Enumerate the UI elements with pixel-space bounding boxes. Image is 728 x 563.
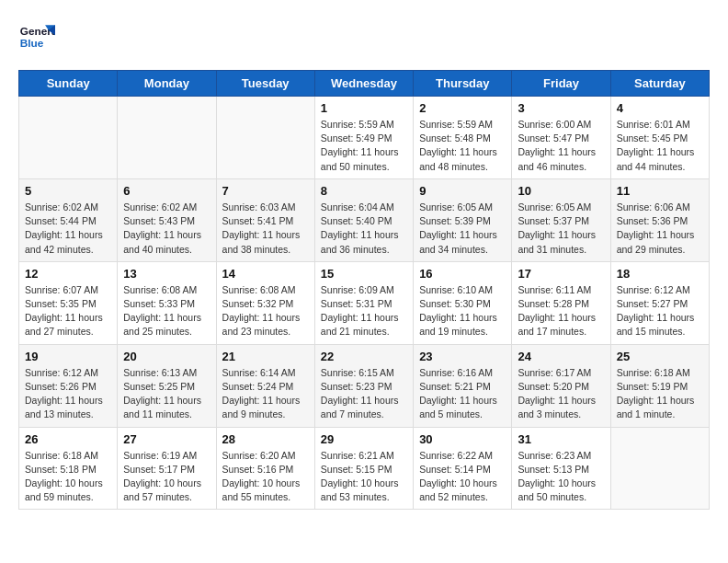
day-info: Sunrise: 6:05 AM Sunset: 5:39 PM Dayligh… — [419, 201, 506, 257]
logo: General Blue — [18, 18, 59, 55]
calendar-cell — [216, 97, 314, 179]
weekday-header-saturday: Saturday — [610, 71, 709, 97]
day-number: 9 — [419, 184, 506, 198]
calendar-week-row: 12Sunrise: 6:07 AM Sunset: 5:35 PM Dayli… — [19, 261, 710, 344]
weekday-header-monday: Monday — [118, 71, 216, 97]
calendar-cell: 8Sunrise: 6:04 AM Sunset: 5:40 PM Daylig… — [314, 178, 413, 261]
day-number: 14 — [222, 267, 309, 281]
calendar-cell: 18Sunrise: 6:12 AM Sunset: 5:27 PM Dayli… — [610, 261, 709, 344]
day-number: 21 — [222, 350, 309, 363]
weekday-header-tuesday: Tuesday — [216, 71, 314, 97]
day-info: Sunrise: 6:15 AM Sunset: 5:23 PM Dayligh… — [321, 366, 407, 422]
day-info: Sunrise: 6:03 AM Sunset: 5:41 PM Dayligh… — [222, 201, 309, 257]
calendar-cell: 5Sunrise: 6:02 AM Sunset: 5:44 PM Daylig… — [19, 178, 118, 261]
day-info: Sunrise: 6:12 AM Sunset: 5:26 PM Dayligh… — [25, 366, 111, 422]
calendar-cell: 24Sunrise: 6:17 AM Sunset: 5:20 PM Dayli… — [512, 344, 610, 427]
calendar-cell: 31Sunrise: 6:23 AM Sunset: 5:13 PM Dayli… — [512, 427, 610, 510]
day-number: 2 — [419, 101, 506, 115]
calendar-cell: 9Sunrise: 6:05 AM Sunset: 5:39 PM Daylig… — [414, 178, 512, 261]
calendar-cell: 14Sunrise: 6:08 AM Sunset: 5:32 PM Dayli… — [216, 261, 314, 344]
day-info: Sunrise: 6:09 AM Sunset: 5:31 PM Dayligh… — [321, 283, 407, 339]
calendar-cell: 4Sunrise: 6:01 AM Sunset: 5:45 PM Daylig… — [610, 97, 709, 179]
weekday-header-friday: Friday — [512, 71, 610, 97]
day-info: Sunrise: 6:12 AM Sunset: 5:27 PM Dayligh… — [617, 283, 703, 339]
calendar-cell: 29Sunrise: 6:21 AM Sunset: 5:15 PM Dayli… — [314, 427, 413, 510]
day-info: Sunrise: 6:00 AM Sunset: 5:47 PM Dayligh… — [518, 118, 604, 174]
day-number: 7 — [222, 184, 309, 198]
calendar-cell: 10Sunrise: 6:05 AM Sunset: 5:37 PM Dayli… — [512, 178, 610, 261]
calendar-cell: 15Sunrise: 6:09 AM Sunset: 5:31 PM Dayli… — [314, 261, 413, 344]
day-number: 16 — [419, 267, 506, 281]
calendar-cell: 3Sunrise: 6:00 AM Sunset: 5:47 PM Daylig… — [512, 97, 610, 179]
day-number: 22 — [321, 350, 407, 363]
day-number: 1 — [321, 101, 407, 115]
day-info: Sunrise: 6:19 AM Sunset: 5:17 PM Dayligh… — [123, 449, 210, 505]
logo-icon: General Blue — [18, 18, 55, 55]
calendar-week-row: 26Sunrise: 6:18 AM Sunset: 5:18 PM Dayli… — [19, 427, 710, 510]
day-number: 15 — [321, 267, 407, 281]
calendar-cell: 17Sunrise: 6:11 AM Sunset: 5:28 PM Dayli… — [512, 261, 610, 344]
calendar-week-row: 19Sunrise: 6:12 AM Sunset: 5:26 PM Dayli… — [19, 344, 710, 427]
day-number: 13 — [123, 267, 210, 281]
day-number: 17 — [518, 267, 604, 281]
day-number: 5 — [25, 184, 111, 198]
day-info: Sunrise: 6:02 AM Sunset: 5:44 PM Dayligh… — [25, 201, 111, 257]
svg-text:Blue: Blue — [20, 37, 44, 50]
calendar-cell: 1Sunrise: 5:59 AM Sunset: 5:49 PM Daylig… — [314, 97, 413, 179]
calendar-cell: 2Sunrise: 5:59 AM Sunset: 5:48 PM Daylig… — [414, 97, 512, 179]
calendar-cell: 28Sunrise: 6:20 AM Sunset: 5:16 PM Dayli… — [216, 427, 314, 510]
page-header: General Blue — [18, 18, 710, 55]
calendar-cell: 12Sunrise: 6:07 AM Sunset: 5:35 PM Dayli… — [19, 261, 118, 344]
calendar-cell: 25Sunrise: 6:18 AM Sunset: 5:19 PM Dayli… — [610, 344, 709, 427]
calendar-cell: 27Sunrise: 6:19 AM Sunset: 5:17 PM Dayli… — [118, 427, 216, 510]
day-info: Sunrise: 6:08 AM Sunset: 5:33 PM Dayligh… — [123, 283, 210, 339]
weekday-header-sunday: Sunday — [19, 71, 118, 97]
calendar-cell: 19Sunrise: 6:12 AM Sunset: 5:26 PM Dayli… — [19, 344, 118, 427]
calendar-cell: 7Sunrise: 6:03 AM Sunset: 5:41 PM Daylig… — [216, 178, 314, 261]
day-info: Sunrise: 6:23 AM Sunset: 5:13 PM Dayligh… — [518, 449, 604, 505]
calendar-cell: 13Sunrise: 6:08 AM Sunset: 5:33 PM Dayli… — [118, 261, 216, 344]
day-info: Sunrise: 6:22 AM Sunset: 5:14 PM Dayligh… — [419, 449, 506, 505]
day-number: 20 — [123, 350, 210, 363]
day-info: Sunrise: 6:11 AM Sunset: 5:28 PM Dayligh… — [518, 283, 604, 339]
day-info: Sunrise: 6:07 AM Sunset: 5:35 PM Dayligh… — [25, 283, 111, 339]
calendar-cell: 22Sunrise: 6:15 AM Sunset: 5:23 PM Dayli… — [314, 344, 413, 427]
day-number: 19 — [25, 350, 111, 363]
calendar-cell: 16Sunrise: 6:10 AM Sunset: 5:30 PM Dayli… — [414, 261, 512, 344]
day-number: 10 — [518, 184, 604, 198]
day-info: Sunrise: 6:10 AM Sunset: 5:30 PM Dayligh… — [419, 283, 506, 339]
day-number: 18 — [617, 267, 703, 281]
calendar-cell: 20Sunrise: 6:13 AM Sunset: 5:25 PM Dayli… — [118, 344, 216, 427]
day-info: Sunrise: 6:08 AM Sunset: 5:32 PM Dayligh… — [222, 283, 309, 339]
day-info: Sunrise: 6:04 AM Sunset: 5:40 PM Dayligh… — [321, 201, 407, 257]
day-info: Sunrise: 6:18 AM Sunset: 5:19 PM Dayligh… — [617, 366, 703, 422]
calendar-cell — [610, 427, 709, 510]
day-number: 12 — [25, 267, 111, 281]
day-number: 28 — [222, 432, 309, 446]
calendar-table: SundayMondayTuesdayWednesdayThursdayFrid… — [18, 70, 710, 510]
weekday-header-thursday: Thursday — [414, 71, 512, 97]
day-info: Sunrise: 6:16 AM Sunset: 5:21 PM Dayligh… — [419, 366, 506, 422]
calendar-cell: 6Sunrise: 6:02 AM Sunset: 5:43 PM Daylig… — [118, 178, 216, 261]
day-number: 27 — [123, 432, 210, 446]
day-info: Sunrise: 6:18 AM Sunset: 5:18 PM Dayligh… — [25, 449, 111, 505]
day-number: 23 — [419, 350, 506, 363]
day-info: Sunrise: 6:06 AM Sunset: 5:36 PM Dayligh… — [617, 201, 703, 257]
calendar-cell — [118, 97, 216, 179]
day-number: 11 — [617, 184, 703, 198]
calendar-week-row: 5Sunrise: 6:02 AM Sunset: 5:44 PM Daylig… — [19, 178, 710, 261]
day-number: 3 — [518, 101, 604, 115]
day-number: 4 — [617, 101, 703, 115]
calendar-cell — [19, 97, 118, 179]
calendar-cell: 30Sunrise: 6:22 AM Sunset: 5:14 PM Dayli… — [414, 427, 512, 510]
day-number: 31 — [518, 432, 604, 446]
day-number: 8 — [321, 184, 407, 198]
day-number: 25 — [617, 350, 703, 363]
calendar-cell: 23Sunrise: 6:16 AM Sunset: 5:21 PM Dayli… — [414, 344, 512, 427]
calendar-header-row: SundayMondayTuesdayWednesdayThursdayFrid… — [19, 71, 710, 97]
day-info: Sunrise: 5:59 AM Sunset: 5:48 PM Dayligh… — [419, 118, 506, 174]
day-number: 29 — [321, 432, 407, 446]
day-info: Sunrise: 5:59 AM Sunset: 5:49 PM Dayligh… — [321, 118, 407, 174]
day-info: Sunrise: 6:02 AM Sunset: 5:43 PM Dayligh… — [123, 201, 210, 257]
calendar-week-row: 1Sunrise: 5:59 AM Sunset: 5:49 PM Daylig… — [19, 97, 710, 179]
